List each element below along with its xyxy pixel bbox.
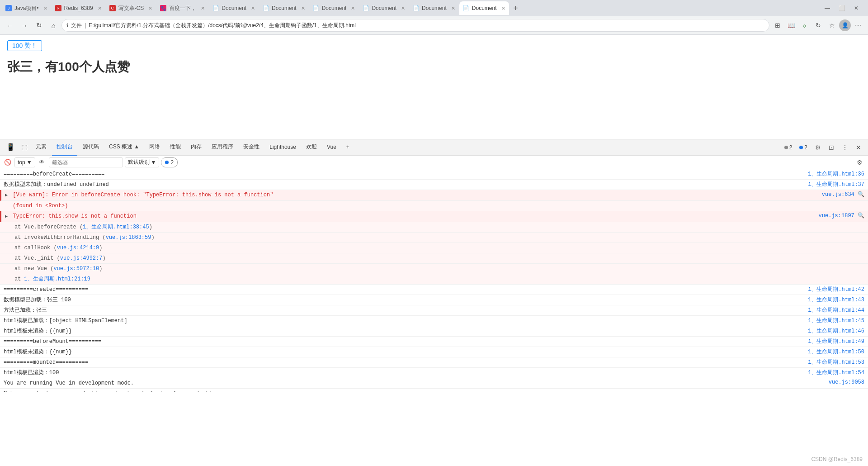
page-content: 100 赞！ 张三，有100个人点赞 [0,35,868,139]
devtools-tab-add[interactable]: + [342,139,354,156]
restore-button[interactable]: ⬜ [835,2,848,14]
reload-button[interactable]: ↻ [33,19,45,32]
stack-link-3[interactable]: vue.js:4214:9 [57,245,99,251]
file-label: 文件 [71,22,82,29]
stack-link-5[interactable]: vue.js:5072:10 [53,266,99,272]
warning-badge[interactable]: 2 [797,143,810,152]
stack-link-1[interactable]: 1、生命周期.html:38:45 [83,224,149,230]
browser-controls: ← → ↻ ⌂ ℹ 文件 | E:/gulimall/官方资料/1.分布式基础（… [0,16,868,34]
console-clear-button[interactable]: 🚫 [3,157,13,167]
tab-doc5[interactable]: 📄 Document ✕ [409,1,459,15]
tab-close-doc5[interactable]: ✕ [451,5,455,11]
tab-csdn[interactable]: C 写文章-CS ✕ [106,1,156,15]
tab-close-doc4[interactable]: ✕ [401,5,405,11]
devtools-tab-elements[interactable]: 元素 [31,139,51,156]
devtools-tab-memory[interactable]: 内存 [186,139,206,156]
console-file-link-10[interactable]: 1、生命周期.html:49 [808,338,864,345]
expand-arrow-1[interactable]: ▶ [5,193,8,198]
console-file-link-2[interactable]: 1、生命周期.html:37 [808,181,864,188]
devtools-tab-select[interactable]: ⬚ [19,139,30,156]
devtools-close-button[interactable]: ✕ [853,142,864,153]
console-file-link-12[interactable]: 1、生命周期.html:53 [808,358,864,366]
tab-baidu[interactable]: 🐾 百度一下， ✕ [156,1,208,15]
devtools-tab-welcome[interactable]: 欢迎 [302,139,321,156]
tab-doc3[interactable]: 📄 Document ✕ [309,1,359,15]
tab-close-java[interactable]: ✕ [43,5,47,11]
console-settings-button[interactable]: ⚙ [854,157,865,168]
console-file-link-5[interactable]: 1、生命周期.html:42 [808,285,864,293]
devtools-more-button[interactable]: ⋮ [839,142,851,153]
tab-close-doc3[interactable]: ✕ [351,5,355,11]
tab-title-doc6: Document [472,5,497,11]
tab-java[interactable]: J Java项目• ✕ [2,1,51,15]
home-button[interactable]: ⌂ [47,19,60,32]
console-eye-button[interactable]: 👁 [37,157,47,167]
forward-button[interactable]: → [18,19,31,32]
console-file-link-13[interactable]: 1、生命周期.html:54 [808,369,864,376]
tab-close-baidu[interactable]: ✕ [201,5,205,11]
tab-doc4[interactable]: 📄 Document ✕ [359,1,409,15]
tab-close-redis[interactable]: ✕ [98,5,102,11]
console-level-dropdown[interactable]: 默认级别 ▼ [125,157,160,167]
address-bar[interactable]: ℹ 文件 | E:/gulimall/官方资料/1.分布式基础（全栈开发篇）/d… [61,19,769,32]
stack-link-6[interactable]: 1、生命周期.html:21:19 [24,276,90,282]
devtools: 📱 ⬚ 元素 控制台 源代码 CSS 概述 ▲ 网络 性能 内存 应用程序 安全… [0,139,868,392]
devtools-tab-security[interactable]: 安全性 [239,139,264,156]
console-filter-dropdown[interactable]: top ▼ [14,157,35,167]
more-button[interactable]: ⋯ [852,19,864,32]
console-toolbar-right: ⚙ [854,157,865,168]
console-file-link-14[interactable]: vue.js:9058 [829,379,864,385]
tab-close-doc6[interactable]: ✕ [501,5,505,11]
lock-icon: ℹ [66,23,68,29]
expand-arrow-2[interactable]: ▶ [5,214,8,219]
devtools-tab-network[interactable]: 网络 [145,139,165,156]
console-file-link-4[interactable]: vue.js:1897 🔍 [819,212,864,219]
close-button[interactable]: ✕ [850,2,863,14]
console-line-data-loaded-text: 数据模型已加载：张三 100 [4,296,808,304]
back-button[interactable]: ← [4,19,16,32]
console-file-link-1[interactable]: 1、生命周期.html:36 [808,170,864,178]
tab-close-csdn[interactable]: ✕ [148,5,152,11]
tab-doc2[interactable]: 📄 Document ✕ [259,1,309,15]
devtools-tab-application[interactable]: 应用程序 [207,139,238,156]
tab-redis[interactable]: R Redis_6389 ✕ [52,1,105,15]
immersive-reader-button[interactable]: 📖 [785,19,797,32]
console-file-link-6[interactable]: 1、生命周期.html:43 [808,296,864,304]
reader-button[interactable]: ⊞ [771,19,784,32]
console-error-1-text: ▶ [Vue warn]: Error in beforeCreate hook… [5,191,822,200]
tab-doc1[interactable]: 📄 Document ✕ [209,1,259,15]
favorites-button[interactable]: ☆ [826,19,838,32]
page-title: 张三，有100个人点赞 [7,58,861,76]
devtools-tab-performance[interactable]: 性能 [165,139,185,156]
devtools-undock-button[interactable]: ⊡ [826,142,837,153]
console-toolbar: 🚫 top ▼ 👁 默认级别 ▼ 2 ⚙ [0,156,868,169]
console-file-link-11[interactable]: 1、生命周期.html:50 [808,348,864,356]
stack-link-4[interactable]: vue.js:4992:7 [60,255,103,262]
tab-doc6[interactable]: 📄 Document ✕ [459,1,509,15]
console-search-input[interactable] [49,157,123,167]
devtools-tab-vue[interactable]: Vue [322,139,341,156]
devtools-tab-sources[interactable]: 源代码 [78,139,104,156]
like-button[interactable]: 100 赞！ [7,40,42,51]
minimize-button[interactable]: — [821,2,834,14]
tab-favicon-doc5: 📄 [413,5,419,11]
console-msg-count[interactable]: 2 [161,157,178,167]
console-file-link-9[interactable]: 1、生命周期.html:46 [808,327,864,335]
extensions-button[interactable]: ⬦ [798,19,811,32]
devtools-tab-console[interactable]: 控制台 [52,139,77,156]
tab-close-doc1[interactable]: ✕ [251,5,255,11]
profile-button[interactable]: 👤 [839,19,851,31]
stack-link-2[interactable]: vue.js:1863:59 [106,234,151,241]
tab-close-doc2[interactable]: ✕ [301,5,305,11]
error-badge[interactable]: 2 [782,143,795,152]
refresh-tab-button[interactable]: ↻ [812,19,825,32]
console-level-label: 默认级别 [128,158,150,166]
console-file-link-8[interactable]: 1、生命周期.html:45 [808,317,864,324]
devtools-tab-css-overview[interactable]: CSS 概述 ▲ [104,139,144,156]
devtools-tab-lighthouse[interactable]: Lighthouse [265,139,301,156]
console-file-link-7[interactable]: 1、生命周期.html:44 [808,306,864,314]
devtools-tab-device[interactable]: 📱 [4,139,18,156]
console-file-link-3[interactable]: vue.js:634 🔍 [822,191,864,198]
new-tab-button[interactable]: + [509,2,522,14]
devtools-settings-button[interactable]: ⚙ [812,142,824,153]
